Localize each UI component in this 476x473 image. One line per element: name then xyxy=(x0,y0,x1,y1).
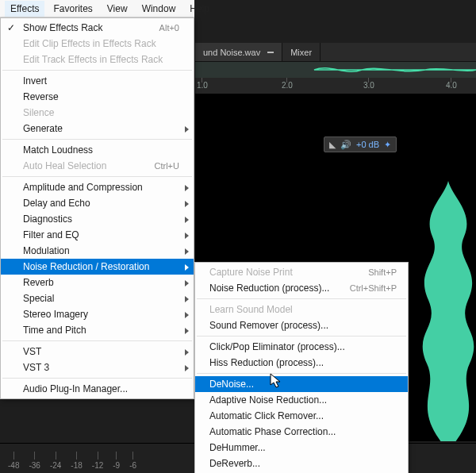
menu-item-label: Click/Pop Eliminator (process)... xyxy=(209,341,397,352)
db-tick: -12 xyxy=(92,461,103,470)
menu-item-label: Noise Reduction / Restoration xyxy=(23,261,179,272)
menu-item-match-loudness[interactable]: Match Loudness xyxy=(1,142,194,158)
menu-item-dehummer[interactable]: DeHummer... xyxy=(195,440,408,456)
menu-item-label: Show Effects Rack xyxy=(23,22,159,33)
menu-item-label: Hiss Reduction (process)... xyxy=(209,357,397,368)
db-tick: -48 xyxy=(8,461,19,470)
menu-separator xyxy=(2,340,192,341)
menu-item-vst[interactable]: VST xyxy=(1,344,194,360)
menu-item-stereo-imagery[interactable]: Stereo Imagery xyxy=(1,306,194,322)
menu-item-vst-3[interactable]: VST 3 xyxy=(1,360,194,375)
menu-item-label: Generate xyxy=(23,123,179,134)
submenu-arrow-icon xyxy=(185,349,189,356)
menu-item-automatic-click-remover[interactable]: Automatic Click Remover... xyxy=(195,408,408,424)
menu-item-shortcut: Ctrl+Shift+P xyxy=(350,283,397,293)
overview-waveform[interactable] xyxy=(195,62,476,78)
checkmark-icon: ✓ xyxy=(7,22,17,32)
db-tick: -24 xyxy=(50,461,61,470)
menu-item-label: VST xyxy=(23,346,179,357)
time-ruler[interactable]: 1.0 2.0 3.0 4.0 xyxy=(195,78,476,94)
menu-item-label: Diagnostics xyxy=(23,213,179,225)
menu-item-noise-reduction-process[interactable]: Noise Reduction (process)...Ctrl+Shift+P xyxy=(195,280,408,296)
menu-favorites[interactable]: Favorites xyxy=(48,1,98,17)
menu-item-sound-remover-process[interactable]: Sound Remover (process)... xyxy=(195,317,408,333)
document-tabs: und Noise.wav Mixer xyxy=(195,43,476,62)
menu-item-filter-and-eq[interactable]: Filter and EQ xyxy=(1,227,194,243)
menu-separator xyxy=(2,378,192,379)
menu-item-audio-plug-in-manager[interactable]: Audio Plug-In Manager... xyxy=(1,381,194,397)
menu-separator xyxy=(2,139,192,140)
menu-item-dereverb[interactable]: DeReverb... xyxy=(195,456,408,471)
menu-item-label: Sound Remover (process)... xyxy=(209,320,397,331)
noise-reduction-submenu: Capture Noise PrintShift+PNoise Reductio… xyxy=(194,262,409,473)
menu-item-adaptive-noise-reduction[interactable]: Adaptive Noise Reduction... xyxy=(195,392,408,408)
submenu-arrow-icon xyxy=(185,296,189,302)
menu-item-label: Time and Pitch xyxy=(23,325,179,336)
submenu-arrow-icon xyxy=(185,233,189,239)
menu-item-silence: Silence xyxy=(1,105,194,121)
menu-item-denoise[interactable]: DeNoise... xyxy=(195,376,408,392)
menu-item-hiss-reduction-process[interactable]: Hiss Reduction (process)... xyxy=(195,355,408,371)
pan-icon: ◣ xyxy=(329,140,336,150)
menu-item-shortcut: Ctrl+U xyxy=(155,161,179,171)
menu-item-label: Learn Sound Model xyxy=(209,304,397,315)
db-tick: -6 xyxy=(129,461,136,470)
menu-effects[interactable]: Effects xyxy=(5,1,44,17)
db-tick: -36 xyxy=(29,461,40,470)
effect-icon: ✦ xyxy=(384,140,391,150)
menu-item-label: Capture Noise Print xyxy=(209,267,368,278)
menu-item-show-effects-rack[interactable]: ✓Show Effects RackAlt+0 xyxy=(1,20,194,36)
menu-window[interactable]: Window xyxy=(136,1,182,17)
menu-item-shortcut: Alt+0 xyxy=(159,23,179,33)
submenu-arrow-icon xyxy=(185,185,189,191)
menu-separator xyxy=(197,373,406,374)
menu-item-noise-reduction-restoration[interactable]: Noise Reduction / Restoration xyxy=(1,259,194,275)
tab-file-label: und Noise.wav xyxy=(203,48,260,57)
menu-item-capture-noise-print: Capture Noise PrintShift+P xyxy=(195,264,408,280)
menu-item-label: Filter and EQ xyxy=(23,229,179,240)
menu-item-label: DeNoise... xyxy=(209,379,397,390)
menu-item-label: Match Loudness xyxy=(23,144,179,156)
submenu-arrow-icon xyxy=(185,264,189,271)
menu-item-label: Reverse xyxy=(23,91,179,102)
menu-item-label: Edit Clip Effects in Effects Rack xyxy=(23,38,179,49)
tab-menu-icon xyxy=(267,52,274,53)
menu-item-label: Edit Track Effects in Effects Rack xyxy=(23,54,179,65)
menu-item-generate[interactable]: Generate xyxy=(1,121,194,137)
menu-item-automatic-phase-correction[interactable]: Automatic Phase Correction... xyxy=(195,424,408,440)
menu-item-amplitude-and-compression[interactable]: Amplitude and Compression xyxy=(1,179,194,195)
menu-item-label: Noise Reduction (process)... xyxy=(209,283,350,294)
menu-item-reverse[interactable]: Reverse xyxy=(1,89,194,105)
menu-item-delay-and-echo[interactable]: Delay and Echo xyxy=(1,195,194,211)
menu-item-label: Invert xyxy=(23,75,179,87)
menu-item-label: Stereo Imagery xyxy=(23,309,179,320)
menu-item-label: Automatic Click Remover... xyxy=(209,410,397,421)
menu-item-invert[interactable]: Invert xyxy=(1,73,194,89)
menu-item-modulation[interactable]: Modulation xyxy=(1,243,194,259)
menu-item-learn-sound-model: Learn Sound Model xyxy=(195,302,408,317)
menu-item-label: Reverb xyxy=(23,277,179,288)
menu-item-click-pop-eliminator-process[interactable]: Click/Pop Eliminator (process)... xyxy=(195,339,408,355)
menu-item-auto-heal-selection: Auto Heal SelectionCtrl+U xyxy=(1,158,194,174)
menu-view[interactable]: View xyxy=(102,1,133,17)
menu-item-label: Adaptive Noise Reduction... xyxy=(209,394,397,406)
waveform-graphic xyxy=(413,181,476,441)
menu-item-time-and-pitch[interactable]: Time and Pitch xyxy=(1,322,194,338)
tab-mixer[interactable]: Mixer xyxy=(282,43,321,61)
submenu-arrow-icon xyxy=(185,328,189,334)
menu-item-reverb[interactable]: Reverb xyxy=(1,275,194,290)
volume-hud[interactable]: ◣ 🔊 +0 dB ✦ xyxy=(324,137,397,152)
tab-file[interactable]: und Noise.wav xyxy=(195,43,282,61)
tab-mixer-label: Mixer xyxy=(290,48,312,57)
menu-separator xyxy=(2,176,192,177)
menu-item-label: DeHummer... xyxy=(209,442,397,453)
menu-help[interactable]: Help xyxy=(184,1,215,17)
menu-item-label: Silence xyxy=(23,107,179,118)
db-tick: -18 xyxy=(71,461,82,470)
menu-separator xyxy=(197,336,406,336)
effects-dropdown: ✓Show Effects RackAlt+0Edit Clip Effects… xyxy=(0,17,194,399)
menu-item-special[interactable]: Special xyxy=(1,290,194,306)
menu-item-diagnostics[interactable]: Diagnostics xyxy=(1,211,194,227)
menu-item-label: DeReverb... xyxy=(209,458,397,469)
menu-item-label: Automatic Phase Correction... xyxy=(209,426,397,437)
